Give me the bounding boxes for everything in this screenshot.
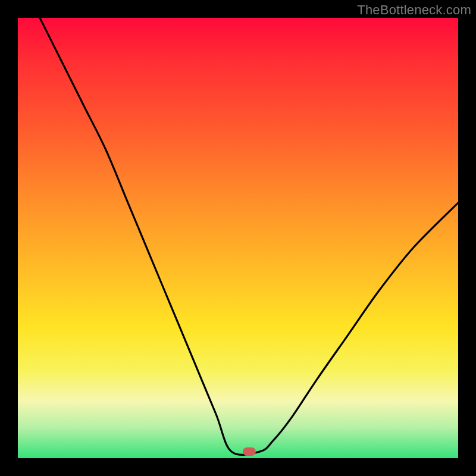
watermark-text: TheBottleneck.com bbox=[357, 2, 471, 18]
chart-frame: TheBottleneck.com bbox=[0, 0, 476, 476]
bottleneck-curve bbox=[18, 18, 458, 458]
optimum-marker bbox=[243, 447, 256, 456]
plot-area bbox=[18, 18, 458, 458]
